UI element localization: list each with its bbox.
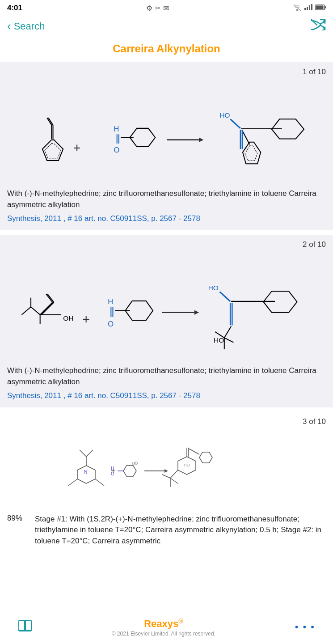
more-button[interactable]: • • • [295,621,315,633]
svg-text:OH: OH [63,314,73,322]
svg-line-71 [86,450,93,457]
status-icons: ⚙ ✂ ✉ [146,4,169,13]
svg-line-65 [86,479,95,483]
reaction-link-2[interactable]: Synthesis, 2011 , # 16 art. no. C50911SS… [7,391,326,400]
svg-rect-2 [307,7,308,10]
svg-text:H: H [108,297,113,305]
status-time: 4:01 [7,4,22,13]
chevron-left-icon: ‹ [7,19,11,33]
svg-line-97 [170,478,178,483]
svg-rect-6 [325,6,326,8]
svg-line-94 [170,470,178,478]
svg-marker-20 [130,128,155,147]
svg-rect-7 [316,6,324,9]
svg-line-35 [21,307,31,315]
wifi-icon [293,4,302,12]
svg-line-24 [230,119,240,128]
svg-line-87 [178,470,187,475]
reaction-counter-1: 1 of 10 [7,68,326,76]
svg-line-93 [189,449,199,454]
svg-line-84 [187,457,196,461]
svg-marker-8 [42,140,63,161]
battery-icon [315,4,326,12]
svg-marker-82 [164,469,168,473]
svg-text:HO: HO [208,284,218,292]
reaction-link-1[interactable]: Synthesis, 2011 , # 16 art. no. C50911SS… [7,214,326,223]
back-button[interactable]: ‹ Search [7,19,45,33]
svg-rect-3 [309,5,310,10]
reaction-diagram-1: + H O HO [7,80,326,188]
reaction-counter-3: 3 of 10 [7,417,326,426]
reaction-card-3: 3 of 10 N + [0,412,333,558]
svg-line-61 [224,338,233,342]
svg-text:H: H [111,466,114,471]
svg-line-41 [47,294,54,302]
nav-bar: ‹ Search [0,16,333,39]
svg-text:O: O [111,471,114,476]
svg-text:O: O [114,146,119,154]
svg-marker-75 [123,466,136,476]
mail-icon: ✉ [163,4,169,13]
svg-marker-9 [44,144,60,158]
svg-text:HO: HO [214,336,224,343]
status-bar: 4:01 ⚙ ✂ ✉ [0,0,333,16]
svg-text:HO: HO [184,463,190,467]
scissors-icon: ✂ [155,4,160,12]
svg-line-52 [219,292,230,301]
svg-line-40 [46,294,52,302]
svg-text:H: H [114,125,119,133]
svg-marker-22 [199,137,203,142]
footer-copyright: © 2021 Elsevier Limited. All rights rese… [32,631,295,637]
reaction-3-description: Stage #1: With (1S,2R)-(+)-N-methylephed… [35,514,326,547]
svg-line-73 [95,479,104,486]
svg-line-25 [241,130,249,144]
reaction-3-yield: 89% [7,514,30,547]
svg-text:+: + [82,312,90,326]
svg-line-72 [68,479,77,486]
footer: Reaxys® © 2021 Elsevier Limited. All rig… [0,612,333,644]
gear-icon: ⚙ [146,4,152,13]
svg-marker-92 [199,452,212,463]
book-icon[interactable] [18,619,32,635]
svg-rect-1 [304,8,306,10]
reaction-3-text-row: 89% Stage #1: With (1S,2R)-(+)-N-methyle… [7,510,326,551]
reaction-diagram-3: N + H O HO [7,430,326,510]
svg-line-38 [40,302,52,315]
footer-brand: Reaxys® © 2021 Elsevier Limited. All rig… [32,618,295,637]
svg-marker-54 [263,291,297,312]
svg-line-39 [41,302,54,315]
reaction-counter-2: 2 of 10 [7,240,326,249]
svg-line-70 [80,450,86,457]
svg-line-83 [178,457,187,461]
svg-text:+: + [73,141,80,155]
reaction-diagram-2: OH + H O [7,253,326,366]
signal-icon [304,4,312,12]
svg-line-95 [162,475,170,478]
page-title: Carreira Alkynylation [0,39,333,62]
svg-line-58 [224,326,231,338]
svg-line-66 [77,479,86,483]
reaction-description-1: With (-)-N-methylephedrine; zinc trifluo… [7,188,326,210]
status-right-icons [293,4,326,12]
reaction-description-2: With (-)-N-methylephedrine; zinc trifluo… [7,365,326,387]
svg-line-86 [187,470,196,475]
reaction-card-1: 1 of 10 + H [0,62,333,230]
brand-name: Reaxys® [32,618,295,630]
main-content: 1 of 10 + H [0,62,333,602]
svg-line-34 [31,307,40,315]
reaction-card-2: 2 of 10 OH + [0,235,333,407]
svg-text:N: N [84,470,87,475]
svg-rect-4 [311,4,312,10]
svg-line-63 [86,466,95,470]
back-label: Search [14,21,45,32]
svg-text:O: O [108,319,114,327]
svg-marker-27 [245,146,257,161]
shuffle-button[interactable] [311,19,326,34]
svg-text:HO: HO [219,111,230,119]
svg-marker-50 [194,310,198,314]
